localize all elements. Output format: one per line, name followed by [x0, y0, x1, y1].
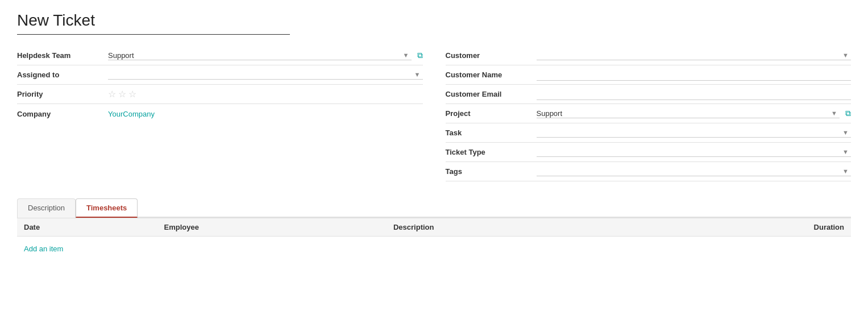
project-dropdown-wrap: Support ▼	[537, 109, 840, 118]
priority-value: ☆ ☆ ☆	[108, 89, 423, 100]
customer-dropdown-wrap: ▼	[537, 51, 852, 60]
tags-row: Tags ▼	[446, 162, 852, 181]
helpdesk-team-label: Helpdesk Team	[17, 51, 108, 60]
customer-name-label: Customer Name	[446, 71, 537, 79]
customer-field: ▼	[537, 51, 852, 60]
task-field: ▼	[537, 129, 852, 138]
tab-timesheets[interactable]: Timesheets	[76, 198, 138, 218]
table-header-row: Date Employee Description Duration	[17, 218, 851, 237]
form-right: Customer ▼ Customer Name	[446, 46, 852, 181]
add-item-row: Add an item	[17, 237, 851, 258]
customer-email-row: Customer Email	[446, 85, 852, 104]
helpdesk-team-row: Helpdesk Team Support ▼ ⧉	[17, 46, 423, 65]
timesheets-table: Date Employee Description Duration Add a…	[17, 218, 851, 258]
assigned-to-label: Assigned to	[17, 71, 108, 79]
tags-dropdown-wrap: ▼	[537, 167, 852, 176]
form-left: Helpdesk Team Support ▼ ⧉ Assigned to	[17, 46, 423, 181]
task-dropdown-wrap: ▼	[537, 129, 852, 138]
ticket-type-label: Ticket Type	[446, 148, 537, 156]
tab-description[interactable]: Description	[17, 198, 76, 218]
tags-select[interactable]	[537, 167, 852, 176]
project-label: Project	[446, 109, 537, 118]
col-duration: Duration	[643, 218, 851, 237]
col-date: Date	[17, 218, 157, 237]
project-field: Support ▼ ⧉	[537, 109, 852, 118]
ticket-type-row: Ticket Type ▼	[446, 143, 852, 162]
ticket-type-dropdown-wrap: ▼	[537, 148, 852, 157]
customer-label: Customer	[446, 51, 537, 60]
priority-row: Priority ☆ ☆ ☆	[17, 85, 423, 104]
helpdesk-team-external-link-icon[interactable]: ⧉	[417, 51, 423, 60]
assigned-to-value: ▼	[108, 71, 423, 80]
company-link[interactable]: YourCompany	[108, 110, 155, 118]
project-external-link-icon[interactable]: ⧉	[845, 109, 851, 118]
customer-email-field	[537, 89, 852, 100]
priority-star-2[interactable]: ☆	[118, 89, 126, 100]
add-item-cell: Add an item	[17, 237, 851, 258]
ticket-type-field: ▼	[537, 148, 852, 157]
assigned-to-row: Assigned to ▼	[17, 65, 423, 85]
tabs-area: Description Timesheets	[17, 198, 851, 218]
col-employee: Employee	[157, 218, 387, 237]
customer-name-row: Customer Name	[446, 65, 852, 85]
customer-name-input[interactable]	[537, 69, 852, 81]
content-area: New Ticket Helpdesk Team Support ▼ ⧉	[0, 0, 868, 269]
project-inline-dropdown: Support ▼ ⧉	[537, 109, 852, 118]
assigned-to-dropdown-wrap: ▼	[108, 71, 423, 80]
project-row: Project Support ▼ ⧉	[446, 104, 852, 123]
task-select[interactable]	[537, 129, 852, 137]
priority-star-3[interactable]: ☆	[128, 89, 136, 100]
add-item-link[interactable]: Add an item	[24, 245, 63, 253]
customer-email-input[interactable]	[537, 89, 852, 100]
customer-select[interactable]	[537, 51, 852, 60]
company-row: Company YourCompany	[17, 104, 423, 123]
col-description: Description	[387, 218, 643, 237]
assigned-to-select[interactable]	[108, 71, 423, 79]
page-title: New Ticket	[17, 11, 851, 30]
task-row: Task ▼	[446, 123, 852, 143]
title-divider	[17, 34, 290, 35]
priority-label: Priority	[17, 90, 108, 98]
helpdesk-team-dropdown-wrap: Support ▼	[108, 51, 412, 60]
priority-stars: ☆ ☆ ☆	[108, 89, 136, 100]
customer-name-field	[537, 69, 852, 81]
tags-label: Tags	[446, 167, 537, 176]
task-label: Task	[446, 129, 537, 137]
helpdesk-team-value: Support ▼ ⧉	[108, 51, 423, 60]
ticket-type-select[interactable]	[537, 148, 852, 156]
company-value: YourCompany	[108, 110, 423, 118]
tags-field: ▼	[537, 167, 852, 176]
project-select[interactable]: Support	[537, 109, 840, 118]
priority-star-1[interactable]: ☆	[108, 89, 116, 100]
customer-row: Customer ▼	[446, 46, 852, 65]
form-grid: Helpdesk Team Support ▼ ⧉ Assigned to	[17, 46, 851, 181]
customer-email-label: Customer Email	[446, 90, 537, 98]
helpdesk-team-select[interactable]: Support	[108, 51, 412, 60]
page-container: New Ticket Helpdesk Team Support ▼ ⧉	[0, 0, 868, 319]
company-label: Company	[17, 110, 108, 118]
